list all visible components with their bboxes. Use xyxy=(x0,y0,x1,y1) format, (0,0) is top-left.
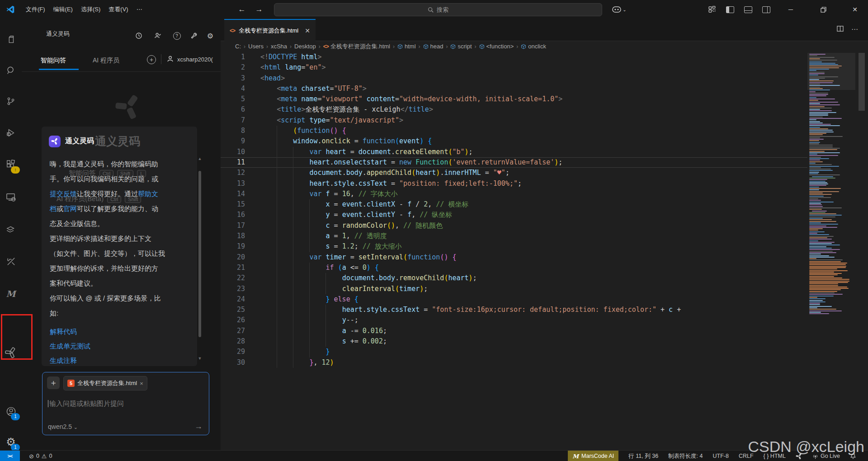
accounts-icon[interactable]: 1 xyxy=(0,401,22,421)
chat-input-box[interactable]: ＋ 5 全栈专栏资源合集.html × 输入问题或粘贴图片提问 qwen2.5 … xyxy=(42,372,209,435)
tools-extension-icon[interactable] xyxy=(0,251,22,271)
code-line[interactable]: 13 heart.style.cssText = "position: fixe… xyxy=(221,179,807,189)
inline-link[interactable]: 档 xyxy=(50,205,57,212)
menu-item[interactable]: 文件(F) xyxy=(22,0,49,19)
code-line[interactable]: 27 a -= 0.016; xyxy=(221,326,807,336)
line-number[interactable]: 16 xyxy=(221,210,245,220)
tab-ai-programmer[interactable]: AI 程序员 xyxy=(93,52,119,68)
code-line[interactable]: 15 x = event.clientX - f / 2, // 横坐标 xyxy=(221,199,807,210)
code-line[interactable]: 26 y--; xyxy=(221,315,807,325)
line-number[interactable]: 22 xyxy=(221,273,245,283)
code-line[interactable]: 2<html lang="en"> xyxy=(221,62,807,73)
menu-item[interactable]: 编辑(E) xyxy=(49,0,77,19)
line-number[interactable]: 1 xyxy=(221,52,245,62)
suggestion-link[interactable]: 生成单元测试 xyxy=(50,339,90,353)
gear-icon[interactable]: ⚙ xyxy=(205,31,215,41)
wrench-icon[interactable] xyxy=(189,31,199,41)
line-number[interactable]: 11 xyxy=(221,157,245,168)
breadcrumb-item[interactable]: xcSha xyxy=(271,43,287,50)
split-editor-icon[interactable] xyxy=(837,25,844,32)
line-number[interactable]: 26 xyxy=(221,315,245,325)
nav-forward-button[interactable]: → xyxy=(253,4,265,15)
marscode-icon[interactable]: M xyxy=(0,284,22,304)
code-line[interactable]: 6 <title>全栈专栏资源合集 - xcLeigh</title> xyxy=(221,104,807,115)
customize-layout-icon[interactable] xyxy=(705,4,719,15)
code-line[interactable]: 20 var timer = setInterval(function() { xyxy=(221,252,807,263)
tab-smart-qa[interactable]: 智能问答 xyxy=(41,52,66,68)
line-number[interactable]: 3 xyxy=(221,73,245,84)
breadcrumb-item[interactable]: Users xyxy=(248,43,264,50)
extensions-icon[interactable]: ! xyxy=(0,155,22,174)
close-button[interactable]: ✕ xyxy=(844,0,865,19)
code-line[interactable]: 18 a = 1, // 透明度 xyxy=(221,231,807,241)
code-line[interactable]: 12 document.body.appendChild(heart).inne… xyxy=(221,168,807,178)
line-number[interactable]: 14 xyxy=(221,189,245,199)
remote-explorer-icon[interactable] xyxy=(0,187,22,207)
code-line[interactable]: 9 window.onclick = function(event) { xyxy=(221,136,807,146)
scrollbar-thumb[interactable] xyxy=(859,53,865,111)
sidebar-scrollbar[interactable]: ▲ ▼ xyxy=(197,156,203,361)
line-number[interactable]: 7 xyxy=(221,115,245,126)
code-line[interactable]: 23 clearInterval(timer); xyxy=(221,284,807,294)
breadcrumb-item[interactable]: Desktop xyxy=(294,43,316,50)
model-selector[interactable]: qwen2.5 ⌄ xyxy=(48,423,78,430)
line-number[interactable]: 12 xyxy=(221,168,245,178)
minimap[interactable] xyxy=(807,52,855,432)
encoding[interactable]: UTF-8 xyxy=(713,453,729,459)
new-chat-icon[interactable]: + xyxy=(147,55,156,64)
line-number[interactable]: 30 xyxy=(221,358,245,368)
line-number[interactable]: 27 xyxy=(221,326,245,336)
code-line[interactable]: 28 s += 0.002; xyxy=(221,336,807,347)
code-line[interactable]: 29 } xyxy=(221,347,807,357)
line-number[interactable]: 8 xyxy=(221,126,245,136)
scroll-up-icon[interactable]: ▲ xyxy=(197,156,203,161)
breadcrumb-item[interactable]: onclick xyxy=(521,43,546,50)
account-username[interactable]: xcsharp2020( xyxy=(177,54,221,65)
code-line[interactable]: 17 c = randomColor(), // 随机颜色 xyxy=(221,221,807,231)
tab-active-file[interactable]: <> 全栈专栏资源合集.html ✕ xyxy=(224,19,316,42)
history-icon[interactable] xyxy=(134,31,144,41)
menu-item[interactable]: 选择(S) xyxy=(77,0,104,19)
more-actions-icon[interactable]: ⋯ xyxy=(851,25,858,33)
code-line[interactable]: 19 s = 1.2; // 放大缩小 xyxy=(221,241,807,252)
scrollbar-thumb[interactable] xyxy=(198,171,201,337)
code-line[interactable]: 5 <meta name="viewport" content="width=d… xyxy=(221,94,807,104)
menu-item[interactable]: 查看(V) xyxy=(104,0,132,19)
code-line[interactable]: 14 var f = 16, // 字体大小 xyxy=(221,189,807,199)
suggestion-link[interactable]: 解释代码 xyxy=(50,325,90,339)
code-line[interactable]: 11 heart.onselectstart = new Function('e… xyxy=(221,157,807,168)
line-number[interactable]: 17 xyxy=(221,221,245,231)
code-line[interactable]: 24 } else { xyxy=(221,294,807,305)
line-number[interactable]: 28 xyxy=(221,336,245,347)
toggle-secondary-sidebar-icon[interactable] xyxy=(760,4,773,15)
editor-scrollbar[interactable] xyxy=(856,52,868,432)
breadcrumb-item[interactable]: C: xyxy=(235,43,241,50)
code-line[interactable]: 30 }, 12) xyxy=(221,358,807,368)
feedback-icon[interactable] xyxy=(153,31,163,41)
line-number[interactable]: 29 xyxy=(221,347,245,357)
breadcrumb-item[interactable]: <>全栈专栏资源合集.html xyxy=(323,42,390,51)
tab-close-icon[interactable]: ✕ xyxy=(305,27,310,34)
line-number[interactable]: 6 xyxy=(221,104,245,115)
breadcrumb-item[interactable]: html xyxy=(397,43,416,50)
line-number[interactable]: 4 xyxy=(221,84,245,94)
minimize-button[interactable]: ─ xyxy=(780,0,801,19)
line-number[interactable]: 23 xyxy=(221,284,245,294)
run-debug-icon[interactable] xyxy=(0,123,22,143)
problems-status[interactable]: ⊘ 0 ⚠ 0 xyxy=(29,453,52,460)
line-number[interactable]: 5 xyxy=(221,94,245,104)
code-line[interactable]: 7 <script type="text/javascript"> xyxy=(221,115,807,126)
line-number[interactable]: 13 xyxy=(221,179,245,189)
line-number[interactable]: 24 xyxy=(221,294,245,305)
cursor-position[interactable]: 行 11, 列 36 xyxy=(628,452,658,460)
code-line[interactable]: 3<head> xyxy=(221,73,807,84)
remote-indicator[interactable]: >< xyxy=(0,451,20,461)
search-icon[interactable] xyxy=(0,61,22,80)
layers-extension-icon[interactable] xyxy=(0,220,22,240)
explorer-icon[interactable] xyxy=(0,30,22,50)
line-number[interactable]: 25 xyxy=(221,305,245,315)
chat-input-placeholder[interactable]: 输入问题或粘贴图片提问 xyxy=(48,400,124,408)
line-number[interactable]: 15 xyxy=(221,199,245,210)
menu-item[interactable]: ⋯ xyxy=(132,0,146,19)
code-line[interactable]: 8 (function() { xyxy=(221,126,807,136)
